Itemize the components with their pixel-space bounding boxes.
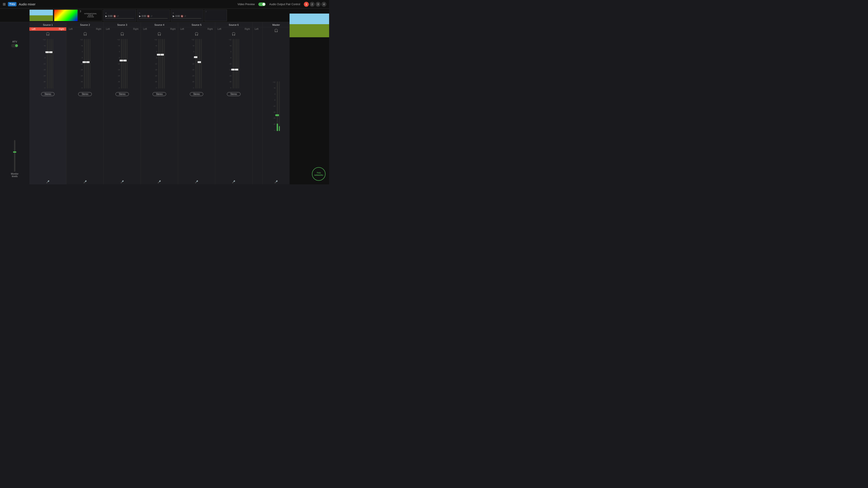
time-5: 0:00 <box>142 15 146 18</box>
headphone-icon-4[interactable]: 🎧 <box>141 31 178 36</box>
thumb-num-3: 3 <box>80 10 81 13</box>
channel-name-6: Source 6 <box>215 22 252 27</box>
monitor-fader-thumb[interactable] <box>13 151 16 153</box>
master-meter <box>279 81 280 131</box>
scale-col-6: +12+60-6-12-18-24-30-∞ <box>228 39 232 89</box>
headphone-icon-3[interactable]: 🎧 <box>104 31 141 36</box>
right-label-5: Right <box>208 28 213 30</box>
source-thumb-7[interactable]: 7 <box>204 9 227 21</box>
pair-button-1[interactable]: 1 <box>304 2 309 7</box>
source-playback-5[interactable]: 5 ▶ 0:00 🔇 ↺ <box>137 9 170 21</box>
stereo-button-3[interactable]: Stereo <box>116 92 129 96</box>
fader-section-4: +12+60-6-12-18-24-30-∞Stereo <box>141 36 178 180</box>
left-fader-track-1[interactable] <box>47 39 48 89</box>
lr-header-5[interactable]: LeftRight <box>178 27 215 31</box>
right-meter-1 <box>53 39 53 89</box>
channel-name-1: Source 1 <box>29 22 66 27</box>
master-scale: +12+60-6-12-18-24-30-∞ <box>272 81 276 131</box>
app-title: Audio mixer <box>19 2 35 6</box>
source-thumb-1[interactable]: 1 <box>29 9 53 21</box>
left-meter-3 <box>123 39 124 89</box>
app-logo: TVU <box>8 2 17 6</box>
left-label-6: Left <box>217 28 221 30</box>
stereo-button-5[interactable]: Stereo <box>190 92 203 96</box>
channel-strip-6: Source 6LeftRight🎧+12+60-6-12-18-24-30-∞… <box>215 22 252 184</box>
mute-btn-5[interactable]: 🔇 <box>147 15 150 18</box>
thumb-num-2: 2 <box>55 10 57 13</box>
afv-toggle[interactable] <box>11 44 18 47</box>
video-preview-label: Video Preview <box>238 3 255 6</box>
program-panel: Program <box>289 13 329 184</box>
channel-name-3: Source 3 <box>104 22 141 27</box>
mic-icon-6[interactable]: 🎤 <box>215 180 252 184</box>
lr-header-3[interactable]: LeftRight <box>104 27 141 31</box>
headphone-icon-2[interactable]: 🎧 <box>66 31 103 36</box>
left-meter-6 <box>235 39 236 89</box>
loop-btn-6[interactable]: ↺ <box>184 15 186 18</box>
left-label-4: Left <box>143 28 147 30</box>
source-playback-6[interactable]: 6 ▶ 0:00 🔇 ↺ <box>170 9 204 21</box>
left-fader-track-3[interactable] <box>121 39 122 89</box>
play-btn-5[interactable]: ▶ <box>139 15 141 18</box>
mic-icon-3[interactable]: 🎤 <box>104 180 141 184</box>
left-meter-5 <box>197 39 198 89</box>
master-fader-track[interactable] <box>277 81 278 131</box>
mic-icon-2[interactable]: 🎤 <box>66 180 103 184</box>
thumb-num-1: 1 <box>31 10 32 13</box>
loop-btn-4[interactable]: ↺ <box>117 15 119 18</box>
right-fader-track-1[interactable] <box>51 39 52 89</box>
monitor-label: Monitor levels <box>11 173 18 177</box>
mic-icon-5[interactable]: 🎤 <box>178 180 215 184</box>
lr-header-6[interactable]: LeftRight <box>215 27 252 31</box>
source-thumb-3[interactable]: 3 INTERNATIONALSPACESTATION <box>79 9 102 21</box>
stereo-button-4[interactable]: Stereo <box>153 92 166 96</box>
pair-button-2[interactable]: 2 <box>310 2 315 7</box>
left-meter-4 <box>160 39 161 89</box>
channel-name-2: Source 2 <box>66 22 103 27</box>
fader-row-1: +12+60-6-12-18-24-30-∞ <box>41 37 54 91</box>
right-fader-track-5[interactable] <box>199 39 200 89</box>
headphone-icon-1[interactable]: 🎧 <box>29 31 66 36</box>
left-fader-track-4[interactable] <box>158 39 160 89</box>
progress-5 <box>139 18 168 19</box>
mic-icon-4[interactable]: 🎤 <box>141 180 178 184</box>
loop-btn-5[interactable]: ↺ <box>151 15 152 18</box>
left-fader-track-2[interactable] <box>84 39 85 89</box>
right-fader-track-2[interactable] <box>88 39 89 89</box>
mixer-main: Source 1LeftRight🎧+12+60-6-12-18-24-30-∞… <box>29 22 289 184</box>
master-fader-group: +12+60-6-12-18-24-30-∞ <box>272 81 280 131</box>
right-label-4: Right <box>170 28 176 30</box>
right-fader-track-3[interactable] <box>125 39 126 89</box>
mute-btn-4[interactable]: 🔇 <box>113 15 116 18</box>
right-label-2: Right <box>96 28 101 30</box>
left-fader-track-5[interactable] <box>195 39 197 89</box>
stereo-button-2[interactable]: Stereo <box>78 92 92 96</box>
right-meter-2 <box>90 39 90 89</box>
afv-section: AFV Monitor levels <box>0 22 29 184</box>
source-thumb-2[interactable]: 2 <box>54 9 78 21</box>
lr-header-1[interactable]: LeftRight <box>29 27 66 31</box>
master-mic-icon: 🎤 <box>263 180 289 184</box>
lr-header-2[interactable]: LeftRight <box>66 27 103 31</box>
left-fader-track-6[interactable] <box>232 39 234 89</box>
grid-icon[interactable]: ⊞ <box>3 2 6 6</box>
mic-icon-1[interactable]: 🎤 <box>29 180 66 184</box>
master-fader-area: +12+60-6-12-18-24-30-∞ <box>263 33 289 180</box>
video-preview-toggle[interactable] <box>258 2 266 6</box>
pair-button-4[interactable]: 4 <box>321 2 327 7</box>
source-playback-4[interactable]: 4 ▶ 0:00 🔇 ↺ <box>103 9 136 21</box>
stereo-button-1[interactable]: Stereo <box>41 92 55 96</box>
right-fader-track-6[interactable] <box>236 39 238 89</box>
headphone-icon-6[interactable]: 🎧 <box>215 31 252 36</box>
pair-button-3[interactable]: 3 <box>315 2 320 7</box>
lr-header-4[interactable]: LeftRight <box>141 27 178 31</box>
stereo-button-6[interactable]: Stereo <box>227 92 240 96</box>
headphone-icon-5[interactable]: 🎧 <box>178 31 215 36</box>
fader-row-4: +12+60-6-12-18-24-30-∞ <box>153 37 166 91</box>
play-btn-4[interactable]: ▶ <box>105 15 107 18</box>
thumb-image-2 <box>54 10 78 21</box>
play-btn-6[interactable]: ▶ <box>173 15 175 18</box>
right-meter-4 <box>164 39 165 89</box>
right-fader-track-4[interactable] <box>162 39 163 89</box>
mute-btn-6[interactable]: 🔇 <box>181 15 183 18</box>
